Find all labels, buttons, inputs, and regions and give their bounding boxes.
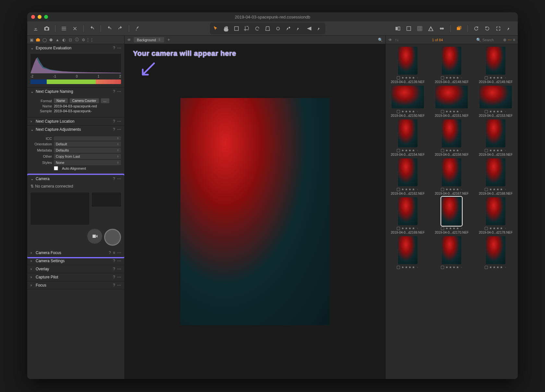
naming-header[interactable]: ⌄ Next Capture Naming ?⋯ xyxy=(27,88,124,95)
more-icon[interactable]: ⋯ xyxy=(117,283,121,288)
adjustments-header[interactable]: ⌄ Next Capture Adjustments ?⋯ xyxy=(27,126,124,133)
thumbnail-checkbox[interactable] xyxy=(441,110,444,113)
undo2-icon[interactable] xyxy=(105,24,114,33)
thumbnail-rating[interactable]: ★★★★ · xyxy=(445,265,463,269)
auto-alignment-checkbox[interactable] xyxy=(54,166,58,170)
thumbnail-rating[interactable]: ★★★★ · xyxy=(401,110,419,113)
minimize-button[interactable] xyxy=(38,15,42,19)
thumbnail[interactable]: ★★★★ ·2019-04-0...d2170.NEF xyxy=(432,197,471,234)
library-tab-icon[interactable]: ▣ xyxy=(29,37,34,43)
add-variant-button[interactable]: ＋ xyxy=(167,37,171,43)
batch-tab-icon[interactable]: ⋮⋮ xyxy=(87,37,93,43)
help-icon[interactable]: ? xyxy=(113,275,115,279)
rotate-tool-icon[interactable] xyxy=(253,24,262,33)
thumbnail[interactable]: ★★★★ ·2019-04-0...d2159.NEF xyxy=(476,119,515,156)
video-button[interactable] xyxy=(87,229,102,244)
adj-icc-select[interactable]: ⇳ xyxy=(54,136,121,141)
mask-erase-icon[interactable] xyxy=(294,24,303,33)
delete-icon[interactable] xyxy=(70,24,79,33)
thumbnail[interactable]: ★★★★ · xyxy=(476,236,515,270)
location-header[interactable]: › Next Capture Location ?⋯ xyxy=(27,117,124,125)
help-icon[interactable]: ? xyxy=(113,259,115,263)
import-icon[interactable] xyxy=(31,24,40,33)
format-counter-chip[interactable]: Camera Counter xyxy=(70,98,99,103)
thumbnail-checkbox[interactable] xyxy=(397,76,400,80)
pan-tool-icon[interactable] xyxy=(222,24,231,33)
expand-icon[interactable] xyxy=(494,24,503,33)
thumbnail-checkbox[interactable] xyxy=(485,227,488,230)
image-viewer[interactable]: Your camera will appear here xyxy=(125,44,385,379)
capture-tab-icon[interactable] xyxy=(35,37,41,43)
more-icon[interactable]: ⋯ xyxy=(117,46,121,50)
close-button[interactable] xyxy=(31,15,35,19)
undo-icon[interactable] xyxy=(88,24,97,33)
help-icon[interactable]: ? xyxy=(113,89,115,94)
help-icon[interactable]: ? xyxy=(113,46,115,50)
thumbnail-checkbox[interactable] xyxy=(485,266,488,269)
thumbnail[interactable]: ★★★★ · xyxy=(388,236,427,270)
more-icon[interactable]: ⋯ xyxy=(117,267,121,271)
thumbnail-checkbox[interactable] xyxy=(485,76,488,80)
viewer-search-icon[interactable]: 🔍 xyxy=(378,38,383,42)
help-icon[interactable]: ? xyxy=(113,267,115,271)
adj-metadata-select[interactable]: Defaults⇳ xyxy=(54,148,121,153)
thumbnail[interactable]: ★★★★ ·2019-04-0...d2178.NEF xyxy=(476,197,515,234)
redo-icon[interactable] xyxy=(116,24,125,33)
rotate-right-icon[interactable] xyxy=(483,24,492,33)
thumbnail-rating[interactable]: ★★★★ · xyxy=(401,76,419,80)
thumbnail[interactable]: ★★★★ ·2019-04-0...d2167.NEF xyxy=(432,158,471,195)
thumbnail[interactable]: ★★★★ ·2019-04-0...d2154.NEF xyxy=(388,119,427,156)
clear-search-icon[interactable]: ⊗ xyxy=(503,38,506,42)
color-tab-icon[interactable]: ⬢ xyxy=(48,37,54,43)
thumbnail-checkbox[interactable] xyxy=(397,266,400,269)
thumbnail[interactable]: ★★★★ ·2019-04-0...d2148.NEF xyxy=(432,47,471,84)
browser-more-icon[interactable]: ≡ xyxy=(513,38,515,42)
thumbnail-rating[interactable]: ★★★★ · xyxy=(445,149,463,152)
thumbnail-checkbox[interactable] xyxy=(397,149,400,152)
camera-focus-header[interactable]: › Camera Focus ?≡⋯ xyxy=(27,249,124,257)
sort-icon[interactable]: ↑↓ xyxy=(395,38,399,42)
capture-pilot-header[interactable]: › Capture Pilot ?⋯ xyxy=(27,273,124,281)
details-tab-icon[interactable]: ◐ xyxy=(61,37,67,43)
gradient-mask-icon[interactable] xyxy=(305,24,314,33)
proof-icon[interactable] xyxy=(404,24,413,33)
thumbnail[interactable]: ★★★★ ·2019-04-0...d2139.NEF xyxy=(388,47,427,84)
search-input[interactable] xyxy=(482,38,502,42)
thumbnail-rating[interactable]: ★★★★ · xyxy=(489,149,507,152)
variant-select[interactable]: Background⇳ xyxy=(134,37,164,43)
thumbnail-checkbox[interactable] xyxy=(485,149,488,152)
adj-styles-select[interactable]: None⇳ xyxy=(54,160,121,165)
thumbnail-rating[interactable]: ★★★★ · xyxy=(489,110,507,113)
thumbnail-rating[interactable]: ★★★★ · xyxy=(401,265,419,269)
help-icon[interactable]: ? xyxy=(113,177,115,181)
help-icon[interactable]: ? xyxy=(113,119,115,124)
focus-mask-icon[interactable] xyxy=(437,24,446,33)
eye-icon[interactable]: 👁 xyxy=(388,38,392,42)
thumbnail[interactable]: ★★★★ ·2019-04-0...d2150.NEF xyxy=(388,86,427,117)
output-tab-icon[interactable]: ⚙ xyxy=(80,37,86,43)
edit-icon[interactable] xyxy=(505,24,514,33)
thumbnail-rating[interactable]: ★★★★ · xyxy=(445,110,463,113)
thumbnail-checkbox[interactable] xyxy=(397,227,400,230)
more-icon[interactable]: ⋯ xyxy=(117,177,121,181)
help-icon[interactable]: ? xyxy=(113,127,115,132)
help-icon[interactable]: ? xyxy=(113,283,115,288)
eye-icon[interactable]: 👁 xyxy=(127,38,131,42)
lens-tab-icon[interactable]: ◯ xyxy=(42,37,47,43)
thumbnail-rating[interactable]: ★★★★ · xyxy=(445,188,463,191)
format-more-chip[interactable]: … xyxy=(101,98,109,103)
thumbnail-rating[interactable]: ★★★★ · xyxy=(489,265,507,269)
shutter-button[interactable] xyxy=(104,229,121,246)
select-tool-icon[interactable] xyxy=(211,24,220,33)
thumbnail[interactable]: ★★★★ ·2019-04-0...d2158.NEF xyxy=(432,119,471,156)
thumbnail[interactable]: ★★★★ · xyxy=(432,236,471,270)
thumbnail-checkbox[interactable] xyxy=(441,76,444,80)
cull-icon[interactable] xyxy=(59,24,68,33)
thumbnail-rating[interactable]: ★★★★ · xyxy=(445,227,463,230)
thumbnail[interactable]: ★★★★ ·2019-04-0...d2168.NEF xyxy=(476,158,515,195)
thumbnail-rating[interactable]: ★★★★ · xyxy=(445,76,463,80)
thumbnail[interactable]: ★★★★ ·2019-04-0...d2162.NEF xyxy=(388,158,427,195)
zoom-button[interactable] xyxy=(44,15,48,19)
thumbnail-checkbox[interactable] xyxy=(485,188,488,191)
exposure-tab-icon[interactable]: ▲ xyxy=(54,37,60,43)
